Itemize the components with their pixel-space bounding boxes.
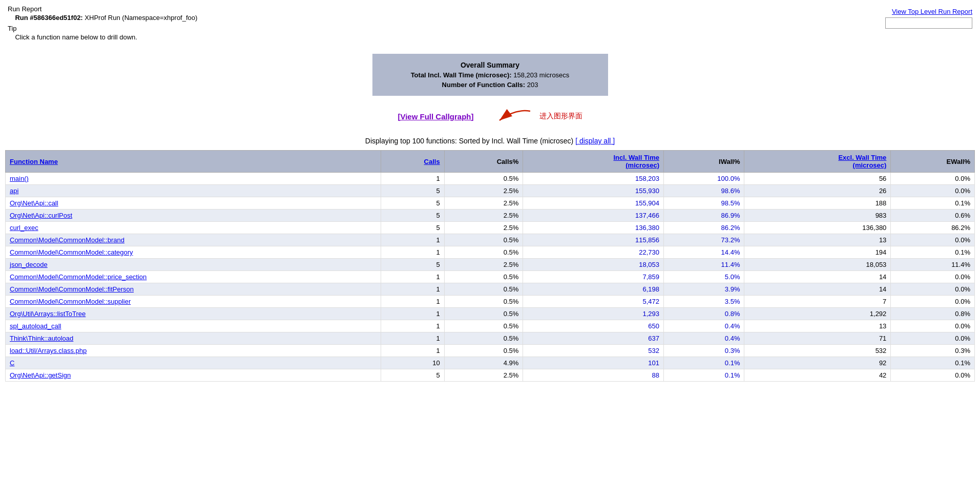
cell-excl-wall-time: 136,380 (744, 222, 891, 234)
cell-calls-pct: 0.5% (444, 308, 523, 320)
view-top-level-link[interactable]: View Top Level Run Report (892, 8, 972, 15)
col-sort-func-name[interactable]: Function Name (10, 158, 58, 165)
col-sort-calls[interactable]: Calls (424, 158, 440, 165)
cell-iwall-pct: 98.5% (664, 197, 744, 210)
table-row: json_decode52.5%18,05311.4%18,05311.4% (6, 259, 975, 271)
cell-excl-wall-time: 92 (744, 357, 891, 369)
cell-excl-wall-time: 7 (744, 296, 891, 308)
cell-func-name: Common\Model\CommonModel::supplier (6, 296, 381, 308)
cell-calls-pct: 0.5% (444, 332, 523, 345)
cell-ewall-pct: 0.0% (891, 320, 975, 332)
cell-func-name: api (6, 185, 381, 197)
cell-excl-wall-time: 983 (744, 210, 891, 222)
cell-ewall-pct: 0.0% (891, 234, 975, 246)
cell-func-name: Common\Model\CommonModel::brand (6, 234, 381, 246)
func-name-link[interactable]: Org\Net\Api::call (10, 199, 58, 207)
func-name-link[interactable]: C (10, 359, 14, 367)
cell-func-name: load::Util/Arrays.class.php (6, 345, 381, 357)
cell-calls: 1 (381, 308, 444, 320)
func-name-link[interactable]: Org\Net\Api::getSign (10, 371, 71, 379)
col-header-calls: Calls (381, 151, 444, 173)
cell-calls-pct: 2.5% (444, 197, 523, 210)
func-name-link[interactable]: spl_autoload_call (10, 322, 61, 330)
cell-ewall-pct: 0.0% (891, 296, 975, 308)
top-bar: Run Report Run #586366ed51f02: XHProf Ru… (0, 0, 980, 46)
func-name-link[interactable]: Org\Net\Api::curlPost (10, 212, 72, 219)
cell-iwall-pct: 86.9% (664, 210, 744, 222)
col-sort-excl-wall-time[interactable]: Excl. Wall Time(microsec) (838, 154, 886, 169)
cell-calls: 5 (381, 259, 444, 271)
cell-ewall-pct: 11.4% (891, 259, 975, 271)
cell-incl-wall-time: 18,053 (523, 259, 664, 271)
func-name-link[interactable]: json_decode (10, 261, 48, 268)
callgraph-section: [View Full Callgraph] 进入图形界面 (0, 106, 980, 127)
cell-incl-wall-time: 136,380 (523, 222, 664, 234)
cell-calls: 1 (381, 246, 444, 259)
cell-iwall-pct: 3.5% (664, 296, 744, 308)
cell-iwall-pct: 73.2% (664, 234, 744, 246)
func-name-link[interactable]: api (10, 187, 18, 195)
tip-section: Tip (8, 25, 197, 32)
display-all-link[interactable]: [ display all ] (575, 137, 615, 145)
cell-ewall-pct: 0.0% (891, 332, 975, 345)
table-row: Org\Net\Api::getSign52.5%880.1%420.0% (6, 369, 975, 382)
func-name-link[interactable]: Org\Util\Arrays::listToTree (10, 310, 86, 318)
func-name-link[interactable]: main() (10, 175, 29, 182)
cell-ewall-pct: 0.3% (891, 345, 975, 357)
table-row: curl_exec52.5%136,38086.2%136,38086.2% (6, 222, 975, 234)
cell-excl-wall-time: 532 (744, 345, 891, 357)
cell-ewall-pct: 0.8% (891, 308, 975, 320)
cell-ewall-pct: 86.2% (891, 222, 975, 234)
func-name-link[interactable]: Common\Model\CommonModel::supplier (10, 298, 131, 305)
cell-calls: 1 (381, 173, 444, 185)
cell-iwall-pct: 11.4% (664, 259, 744, 271)
annotation-text: 进入图形界面 (539, 112, 582, 121)
cell-excl-wall-time: 188 (744, 197, 891, 210)
col-sort-incl-wall-time[interactable]: Incl. Wall Time(microsec) (613, 154, 659, 169)
cell-iwall-pct: 86.2% (664, 222, 744, 234)
cell-iwall-pct: 0.4% (664, 332, 744, 345)
table-row: Org\Net\Api::call52.5%155,90498.5%1880.1… (6, 197, 975, 210)
cell-ewall-pct: 0.6% (891, 210, 975, 222)
top-link-box: View Top Level Run Report (885, 5, 972, 29)
cell-calls: 1 (381, 345, 444, 357)
func-name-link[interactable]: Common\Model\CommonModel::category (10, 248, 133, 256)
table-header-row: Function Name Calls Calls% Incl. Wall Ti… (6, 151, 975, 173)
table-row: Common\Model\CommonModel::fitPerson10.5%… (6, 283, 975, 296)
top-search-input[interactable] (885, 17, 972, 29)
func-name-link[interactable]: Common\Model\CommonModel::price_section (10, 273, 147, 281)
table-row: Think\Think::autoload10.5%6370.4%710.0% (6, 332, 975, 345)
cell-ewall-pct: 0.0% (891, 185, 975, 197)
cell-calls-pct: 2.5% (444, 222, 523, 234)
cell-func-name: C (6, 357, 381, 369)
func-name-link[interactable]: Common\Model\CommonModel::fitPerson (10, 285, 134, 293)
cell-incl-wall-time: 1,293 (523, 308, 664, 320)
cell-calls: 5 (381, 222, 444, 234)
cell-excl-wall-time: 13 (744, 320, 891, 332)
summary-title: Overall Summary (393, 61, 588, 69)
table-body: main()10.5%158,203100.0%560.0%api52.5%15… (6, 173, 975, 382)
func-name-link[interactable]: Think\Think::autoload (10, 334, 73, 342)
cell-calls: 5 (381, 210, 444, 222)
cell-calls-pct: 2.5% (444, 369, 523, 382)
cell-ewall-pct: 0.0% (891, 369, 975, 382)
run-id-line: Run #586366ed51f02: XHProf Run (Namespac… (8, 14, 197, 22)
tip-title: Tip (8, 25, 17, 32)
table-row: Org\Net\Api::curlPost52.5%137,46686.9%98… (6, 210, 975, 222)
func-name-link[interactable]: load::Util/Arrays.class.php (10, 347, 87, 354)
cell-excl-wall-time: 13 (744, 234, 891, 246)
func-name-link[interactable]: curl_exec (10, 224, 38, 232)
cell-func-name: json_decode (6, 259, 381, 271)
cell-func-name: Org\Net\Api::getSign (6, 369, 381, 382)
functions-table: Function Name Calls Calls% Incl. Wall Ti… (5, 150, 975, 382)
summary-section: Overall Summary Total Incl. Wall Time (m… (0, 54, 980, 96)
col-header-excl-wall-time: Excl. Wall Time(microsec) (744, 151, 891, 173)
cell-calls: 1 (381, 320, 444, 332)
run-id-value: XHProf Run (Namespace=xhprof_foo) (85, 14, 197, 22)
run-id-label: Run #586366ed51f02: (15, 14, 82, 22)
cell-func-name: Common\Model\CommonModel::fitPerson (6, 283, 381, 296)
func-name-link[interactable]: Common\Model\CommonModel::brand (10, 236, 124, 244)
cell-excl-wall-time: 14 (744, 283, 891, 296)
callgraph-link[interactable]: [View Full Callgraph] (398, 112, 473, 121)
cell-incl-wall-time: 6,198 (523, 283, 664, 296)
